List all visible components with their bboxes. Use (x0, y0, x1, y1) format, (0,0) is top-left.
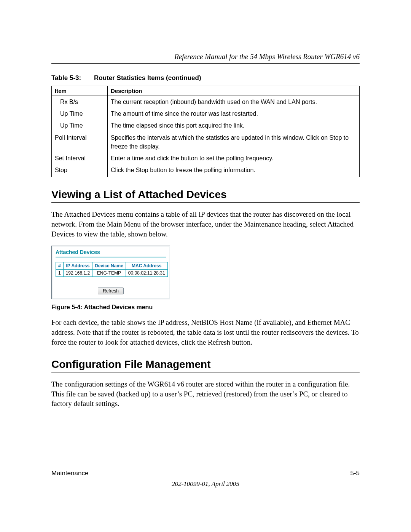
stats-item: Rx B/s (52, 96, 108, 108)
stats-item: Stop (52, 164, 108, 177)
section-heading-attached-devices: Viewing a List of Attached Devices (51, 189, 360, 203)
section1b-paragraph: For each device, the table shows the IP … (51, 318, 360, 347)
stats-desc: Enter a time and click the button to set… (108, 152, 360, 164)
table-caption: Table 5-3:Router Statistics Items (conti… (51, 74, 360, 82)
table-row: Up TimeThe amount of time since the rout… (52, 108, 360, 120)
table-row: Up TimeThe time elapsed since this port … (52, 120, 360, 131)
stats-desc: Click the Stop button to freeze the poll… (108, 164, 360, 177)
stats-item: Up Time (52, 120, 108, 131)
stats-item: Poll Interval (52, 132, 108, 152)
stats-desc: The current reception (inbound) bandwidt… (108, 96, 360, 108)
figure-caption: Figure 5-4: Attached Devices menu (51, 304, 360, 311)
dev-th-num: # (56, 262, 64, 270)
dev-ip: 192.168.1.2 (63, 270, 92, 277)
footer-left: Maintenance (51, 470, 88, 477)
stats-item: Set Interval (52, 152, 108, 164)
section1-paragraph: The Attached Devices menu contains a tab… (51, 209, 360, 239)
router-stats-table: Item Description Rx B/sThe current recep… (51, 86, 360, 177)
table-row: Rx B/sThe current reception (inbound) ba… (52, 96, 360, 108)
footer-page: 5-5 (350, 470, 360, 477)
section2-paragraph: The configuration settings of the WGR614… (51, 379, 360, 409)
dev-name: ENG-TEMP (92, 270, 126, 277)
section-heading-config-management: Configuration File Management (51, 358, 360, 372)
stats-desc: Specifies the intervals at which the sta… (108, 132, 360, 152)
table-label: Table 5-3: (51, 74, 81, 81)
attached-devices-panel: Attached Devices # IP Address Device Nam… (51, 246, 170, 299)
table-row: StopClick the Stop button to freeze the … (52, 164, 360, 177)
stats-item: Up Time (52, 108, 108, 120)
running-head: Reference Manual for the 54 Mbps Wireles… (51, 53, 360, 64)
devices-table: # IP Address Device Name MAC Address 1 1… (56, 262, 168, 277)
table-row: 1 192.168.1.2 ENG-TEMP 00:08:02:11:28:31 (56, 270, 168, 277)
footer-docid: 202-10099-01, April 2005 (51, 480, 360, 488)
table-row: Set IntervalEnter a time and click the b… (52, 152, 360, 164)
table-title: Router Statistics Items (continued) (94, 74, 201, 81)
dev-mac: 00:08:02:11:28:31 (126, 270, 167, 277)
dev-th-mac: MAC Address (126, 262, 167, 270)
panel-divider (56, 257, 166, 257)
stats-desc: The amount of time since the router was … (108, 108, 360, 120)
footer-rule (51, 467, 360, 467)
panel-divider-2 (56, 284, 166, 284)
stats-desc: The time elapsed since this port acquire… (108, 120, 360, 131)
dev-num: 1 (56, 270, 64, 277)
th-item: Item (52, 86, 108, 96)
refresh-button[interactable]: Refresh (98, 288, 124, 294)
dev-th-ip: IP Address (63, 262, 92, 270)
th-desc: Description (108, 86, 360, 96)
dev-th-name: Device Name (92, 262, 126, 270)
panel-title: Attached Devices (56, 249, 166, 255)
table-row: Poll IntervalSpecifies the intervals at … (52, 132, 360, 152)
